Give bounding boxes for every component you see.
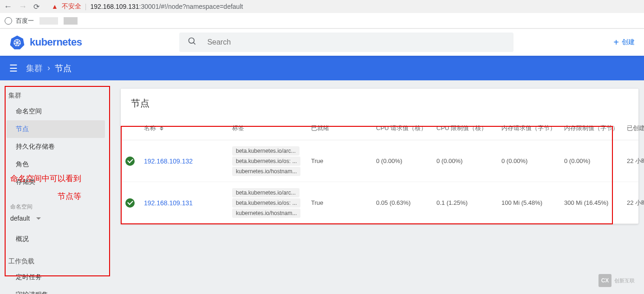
cell-cpu-req: 0.05 (0.63%) <box>376 199 436 206</box>
hamburger-icon[interactable]: ☰ <box>9 63 18 74</box>
node-link[interactable]: 192.168.109.131 <box>144 199 193 207</box>
label-chip: beta.kubernetes.io/os: ... <box>232 157 300 166</box>
status-ok-icon <box>125 157 135 166</box>
th-labels[interactable]: 标签 <box>232 124 311 132</box>
cell-mem-req: 0 (0.00%) <box>501 157 564 164</box>
sidebar: 集群 命名空间 节点 持久化存储卷 角色 存储类 命名空间中可以看到 命名空间 … <box>0 80 111 294</box>
sidebar-section-cluster: 集群 <box>4 89 108 103</box>
th-mem-lim[interactable]: 内存限制值（字节） <box>564 124 627 132</box>
sidebar-item-nodes[interactable]: 节点 <box>7 120 105 138</box>
sidebar-item-daemonsets[interactable]: 守护进程集 <box>7 286 105 294</box>
watermark-logo: CX <box>598 274 611 287</box>
content-area: 节点 名称 标签 已就绪 CPU 请求值（核） CPU 限制值（核） 内存请求值… <box>111 80 644 294</box>
kubernetes-logo[interactable]: kubernetes <box>9 34 82 50</box>
th-name[interactable]: 名称 <box>144 124 232 132</box>
breadcrumb-bar: ☰ 集群 › 节点 <box>0 56 644 80</box>
cell-mem-lim: 300 Mi (16.45%) <box>564 199 627 206</box>
sidebar-item-pv[interactable]: 持久化存储卷 <box>7 138 105 156</box>
sidebar-item-roles[interactable]: 角色 <box>7 156 105 173</box>
search-box[interactable] <box>179 33 514 52</box>
kubernetes-wheel-icon <box>9 34 25 50</box>
bookmark-item[interactable]: 百度一 <box>16 17 34 25</box>
annotation-text-2: 节点等 <box>58 191 81 202</box>
bookmarks-bar: 百度一 <box>0 13 644 29</box>
svg-line-10 <box>194 42 195 44</box>
th-cpu-req[interactable]: CPU 请求值（核） <box>376 124 436 132</box>
plus-icon: + <box>613 37 619 48</box>
table-header-row: 名称 标签 已就绪 CPU 请求值（核） CPU 限制值（核） 内存请求值（字节… <box>121 116 638 140</box>
watermark: CX 创新互联 <box>598 274 635 287</box>
breadcrumb: 集群 › 节点 <box>26 63 72 74</box>
cell-ready: True <box>311 199 376 206</box>
forward-icon[interactable]: → <box>19 2 27 12</box>
breadcrumb-root[interactable]: 集群 <box>26 63 43 74</box>
card-title: 节点 <box>121 89 638 116</box>
search-input[interactable] <box>207 38 505 46</box>
th-ready[interactable]: 已就绪 <box>311 124 376 132</box>
insecure-icon: ▲ <box>52 3 58 10</box>
back-icon[interactable]: ← <box>4 2 12 12</box>
cell-cpu-lim: 0.1 (1.25%) <box>436 199 501 206</box>
label-chip: kubernetes.io/hostnam... <box>232 209 300 218</box>
cell-cpu-req: 0 (0.00%) <box>376 157 436 164</box>
create-label: 创建 <box>622 38 635 46</box>
watermark-text: 创新互联 <box>614 277 635 284</box>
create-button[interactable]: + 创建 <box>613 37 635 48</box>
svg-point-9 <box>189 38 195 43</box>
url-host: 192.168.109.131 <box>91 3 139 10</box>
node-link[interactable]: 192.168.109.132 <box>144 157 193 165</box>
sidebar-item-cronjobs[interactable]: 定时任务 <box>7 268 105 286</box>
sidebar-item-storageclasses[interactable]: 存储类 <box>7 173 105 191</box>
sidebar-item-overview[interactable]: 概况 <box>7 230 105 248</box>
namespace-selector[interactable]: default <box>4 211 108 226</box>
insecure-label: 不安全 <box>62 2 81 11</box>
reload-icon[interactable]: ⟳ <box>33 2 39 11</box>
th-created[interactable]: 已创建 <box>627 124 644 132</box>
chevron-down-icon <box>36 217 41 220</box>
app-header: kubernetes + 创建 <box>0 29 644 56</box>
cell-ready: True <box>311 157 376 164</box>
address-bar[interactable]: ▲ 不安全 | 192.168.109.131:30001/#!/node?na… <box>52 2 243 11</box>
cell-mem-req: 100 Mi (5.48%) <box>501 199 564 206</box>
th-cpu-lim[interactable]: CPU 限制值（核） <box>436 124 501 132</box>
breadcrumb-current: 节点 <box>55 63 72 74</box>
nodes-card: 节点 名称 标签 已就绪 CPU 请求值（核） CPU 限制值（核） 内存请求值… <box>121 89 638 224</box>
nodes-table: 名称 标签 已就绪 CPU 请求值（核） CPU 限制值（核） 内存请求值（字节… <box>121 116 638 224</box>
th-mem-req[interactable]: 内存请求值（字节） <box>501 124 564 132</box>
brand-text: kubernetes <box>30 36 82 48</box>
label-chip: beta.kubernetes.io/arc... <box>232 146 299 156</box>
browser-toolbar: ← → ⟳ ▲ 不安全 | 192.168.109.131:30001/#!/n… <box>0 0 644 13</box>
url-path: :30001/#!/node?namespace=default <box>139 3 243 10</box>
cell-cpu-lim: 0 (0.00%) <box>436 157 501 164</box>
table-row: 192.168.109.132 beta.kubernetes.io/arc..… <box>121 140 638 182</box>
label-chip: kubernetes.io/hostnam... <box>232 167 300 176</box>
status-ok-icon <box>125 198 135 208</box>
sidebar-item-namespaces[interactable]: 命名空间 <box>7 103 105 120</box>
sidebar-ns-label: 命名空间 <box>4 203 108 211</box>
cell-created: 22 小时 <box>627 157 644 165</box>
globe-icon <box>5 17 12 25</box>
label-chip: beta.kubernetes.io/arc... <box>232 188 299 197</box>
label-chip: beta.kubernetes.io/os: ... <box>232 198 300 208</box>
cell-mem-lim: 0 (0.00%) <box>564 157 627 164</box>
namespace-value: default <box>10 215 30 222</box>
chevron-right-icon: › <box>47 63 50 73</box>
sort-icon <box>160 126 163 131</box>
sidebar-section-workloads: 工作负载 <box>4 255 108 268</box>
search-icon <box>188 37 197 48</box>
table-row: 192.168.109.131 beta.kubernetes.io/arc..… <box>121 182 638 224</box>
cell-created: 22 小时 <box>627 199 644 207</box>
